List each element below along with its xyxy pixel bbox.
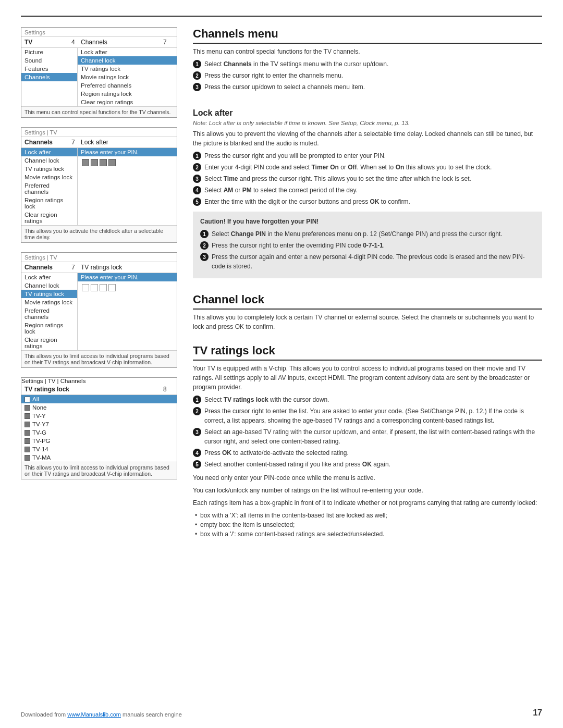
menu-item-picture[interactable]: Picture: [21, 48, 77, 56]
rating-item-tv-g[interactable]: TV-G: [21, 428, 177, 437]
pin-box-3-1: [82, 284, 89, 291]
rating-item-none[interactable]: None: [21, 403, 177, 412]
lock-text-3: Select Time and press the cursor right. …: [204, 174, 471, 183]
caution-step-1: 1 Select Change PIN in the Menu preferen…: [200, 229, 535, 239]
menu-item-sound[interactable]: Sound: [21, 56, 77, 65]
header-channels-2: Channels: [25, 139, 53, 146]
header-channels-1: Channels: [81, 39, 107, 46]
menu-item-lock-after-2[interactable]: Lock after: [21, 148, 77, 156]
tv-ratings-title: TV ratings lock: [193, 344, 542, 361]
note-text-2: This allows you to activate the childloc…: [25, 228, 163, 240]
right-col-2: Please enter your PIN.: [78, 148, 177, 225]
tv-ratings-num-2: 2: [193, 407, 201, 415]
lock-text-5: Enter the time with the digit or the cur…: [204, 197, 410, 206]
footer-link[interactable]: www.Manualslib.com: [67, 711, 121, 718]
menu-item-tv-ratings-2[interactable]: TV ratings lock: [21, 165, 77, 173]
caution-box: Caution! If you have forgotten your PIN!…: [193, 212, 542, 278]
tv-ratings-num-3: 3: [193, 428, 201, 436]
pin-boxes-2: [80, 158, 175, 167]
settings-text-2: Settings | TV: [25, 129, 57, 135]
settings-text-3: Settings | TV: [25, 254, 57, 261]
menu-item-region-3[interactable]: Region ratings lock: [21, 321, 77, 336]
menu-item-features[interactable]: Features: [21, 65, 77, 73]
lock-after-note: Note: Lock after is only selectable if t…: [193, 120, 542, 126]
pin-box-1: [82, 159, 89, 166]
lock-num-3: 3: [193, 175, 201, 183]
menu-item-tv-ratings-3[interactable]: TV ratings lock: [21, 290, 77, 298]
rating-label-tv-14: TV-14: [32, 446, 48, 452]
right-item-channel-lock[interactable]: Channel lock: [78, 56, 177, 65]
lock-num-4: 4: [193, 186, 201, 194]
rating-label-tv-ma: TV-MA: [32, 454, 51, 461]
rating-label-tv-y: TV-Y: [32, 413, 46, 419]
menu-box-2: Settings | TV Channels 7 Lock after Loc: [21, 127, 177, 243]
rl-note-text: This allows you to limit access to indiv…: [25, 464, 169, 477]
lock-after-desc: This allows you to prevent the viewing o…: [193, 129, 542, 148]
rating-label-tv-pg: TV-PG: [32, 438, 51, 444]
left-col-2: Lock after Channel lock TV ratings lock …: [21, 148, 78, 225]
menu-item-clear-3[interactable]: Clear region ratings: [21, 336, 77, 350]
rating-item-tv-ma[interactable]: TV-MA: [21, 453, 177, 462]
tv-ratings-text-3: Select an age-based TV rating with the c…: [204, 427, 542, 446]
menu-item-channels[interactable]: Channels: [21, 73, 77, 81]
right-item-region-ratings[interactable]: Region ratings lock: [78, 90, 177, 98]
settings-label-2: Settings | TV: [21, 128, 177, 137]
right-pin-label-3: Please enter your PIN.: [78, 273, 177, 281]
footer-text-suffix: manuals search engine: [121, 711, 182, 718]
right-item-movie-ratings[interactable]: Movie ratings lock: [78, 73, 177, 81]
caution-num-3: 3: [200, 253, 209, 261]
right-item-tv-ratings[interactable]: TV ratings lock: [78, 65, 177, 73]
rating-item-tv-14[interactable]: TV-14: [21, 445, 177, 453]
menu-item-channel-lock-3[interactable]: Channel lock: [21, 281, 77, 290]
menu-item-movie-ratings-3[interactable]: Movie ratings lock: [21, 298, 77, 306]
checkbox-tv-ma: [25, 455, 30, 461]
tv-ratings-desc: Your TV is equipped with a V-chip. This …: [193, 364, 542, 392]
channels-menu-steps: 1 Select Channels in the TV settings men…: [193, 59, 542, 92]
step-text-1: Select Channels in the TV settings menu …: [204, 59, 388, 69]
note-text-1: This menu can control special functions …: [25, 109, 171, 115]
menu-item-lock-after-3[interactable]: Lock after: [21, 273, 77, 281]
right-item-preferred-channels[interactable]: Preferred channels: [78, 81, 177, 90]
settings-text-4: Settings | TV | Channels: [21, 378, 85, 384]
header-col-num-2: 7: [71, 139, 81, 146]
step-num-3: 3: [193, 83, 201, 91]
right-col-1: Lock after Channel lock TV ratings lock …: [78, 48, 177, 106]
lock-text-1: Press the cursor right and you will be p…: [204, 151, 386, 161]
rating-item-tv-pg[interactable]: TV-PG: [21, 437, 177, 445]
rating-item-tv-y[interactable]: TV-Y: [21, 412, 177, 420]
box-note-3: This allows you to limit access to indiv…: [21, 350, 177, 367]
header-col-right-1: Channels: [81, 39, 163, 46]
caution-steps: 1 Select Change PIN in the Menu preferen…: [200, 229, 535, 271]
header-col-right-2: Lock after: [81, 139, 174, 146]
channels-menu-section: Channels menu This menu can control spec…: [193, 27, 542, 94]
header-num-3: 7: [71, 264, 75, 271]
right-item-lock-after[interactable]: Lock after: [78, 48, 177, 56]
menu-item-channel-lock-2[interactable]: Channel lock: [21, 156, 77, 165]
tv-ratings-extra2: You can lock/unlock any number of rating…: [193, 486, 542, 495]
lock-num-1: 1: [193, 152, 201, 160]
note-text-3: This allows you to limit access to indiv…: [25, 353, 169, 365]
box-header-row-2: Channels 7 Lock after: [21, 137, 177, 148]
pin-boxes-3: [80, 283, 175, 292]
left-panel: Settings TV 4 Channels 7: [21, 27, 177, 707]
checkbox-tv-y7: [25, 422, 30, 427]
menu-item-region-2[interactable]: Region ratings lock: [21, 196, 77, 211]
menu-item-clear-2[interactable]: Clear region ratings: [21, 211, 77, 225]
header-num-1: 4: [71, 39, 75, 46]
header-tvratings-3: TV ratings lock: [81, 264, 122, 271]
channel-lock-desc: This allows you to completely lock a cer…: [193, 313, 542, 331]
footer-text-prefix: Downloaded from: [21, 711, 67, 718]
rating-item-all[interactable]: All: [21, 395, 177, 403]
rating-item-tv-y7[interactable]: TV-Y7: [21, 420, 177, 428]
rl-header-col1: TV ratings lock: [25, 386, 163, 393]
pin-box-3: [100, 159, 107, 166]
box-note-1: This menu can control special functions …: [21, 106, 177, 117]
menu-item-preferred-3[interactable]: Preferred channels: [21, 306, 77, 321]
menu-box-1: Settings TV 4 Channels 7: [21, 27, 177, 118]
menu-item-preferred-2[interactable]: Preferred channels: [21, 181, 77, 196]
menu-box-4: Settings | TV | Channels TV ratings lock…: [21, 377, 177, 479]
right-item-clear-region[interactable]: Clear region ratings: [78, 98, 177, 106]
header-col-left-2: Channels: [25, 139, 71, 146]
menu-item-movie-ratings-2[interactable]: Movie ratings lock: [21, 173, 77, 181]
pin-box-4: [108, 159, 116, 166]
